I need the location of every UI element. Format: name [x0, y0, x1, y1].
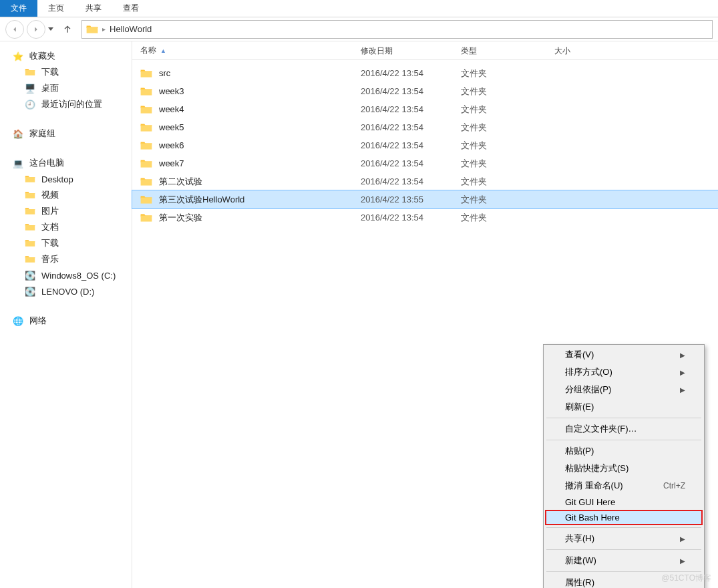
folder-icon [24, 237, 36, 249]
file-name: 第一次实验 [159, 212, 202, 224]
sidebar-thispc[interactable]: 💻 这台电脑 [0, 155, 132, 171]
drive-icon: 💽 [24, 285, 36, 297]
sidebar-item-label: 文档 [41, 221, 59, 233]
tab-view[interactable]: 查看 [112, 0, 150, 17]
column-date[interactable]: 修改日期 [353, 41, 453, 59]
computer-icon: 💻 [12, 157, 24, 169]
column-type[interactable]: 类型 [453, 41, 546, 59]
sidebar-item-drive-c[interactable]: 💽Windows8_OS (C:) [0, 267, 132, 283]
table-row[interactable]: week42016/4/22 13:54文件夹 [132, 100, 718, 118]
menu-item[interactable]: 粘贴快捷方式(S) [545, 460, 703, 477]
table-row[interactable]: 第一次实验2016/4/22 13:54文件夹 [132, 208, 718, 227]
chevron-right-icon: ▶ [680, 369, 685, 376]
menu-item-label: 粘贴快捷方式(S) [565, 462, 629, 474]
file-name: 第二次试验 [159, 176, 202, 188]
menu-item[interactable]: 共享(H)▶ [545, 530, 703, 547]
sidebar-item-documents[interactable]: 文档 [0, 219, 132, 235]
column-headers: 名称 ▲ 修改日期 类型 大小 [132, 41, 718, 60]
column-label: 名称 [140, 45, 156, 56]
file-date: 2016/4/22 13:54 [353, 176, 453, 186]
sidebar-favorites[interactable]: ⭐ 收藏夹 [0, 48, 132, 64]
back-button[interactable] [5, 20, 24, 39]
menu-item-label: 粘贴(P) [565, 445, 594, 457]
homegroup-icon: 🏠 [12, 128, 24, 140]
menu-item[interactable]: Git Bash Here [545, 510, 703, 525]
folder-icon [24, 253, 36, 265]
watermark: @51CTO博客 [661, 573, 711, 584]
menu-item[interactable]: 排序方式(O)▶ [545, 363, 703, 381]
menu-item[interactable]: 查看(V)▶ [545, 346, 703, 363]
menu-item[interactable]: 分组依据(P)▶ [545, 381, 703, 398]
folder-icon [24, 221, 36, 233]
table-row[interactable]: week52016/4/22 13:54文件夹 [132, 118, 718, 136]
table-row[interactable]: week32016/4/22 13:54文件夹 [132, 82, 718, 100]
file-list: src2016/4/22 13:54文件夹week32016/4/22 13:5… [132, 60, 718, 231]
tab-file[interactable]: 文件 [0, 0, 37, 17]
table-row[interactable]: week72016/4/22 13:54文件夹 [132, 154, 718, 172]
sidebar-item-label: Windows8_OS (C:) [41, 271, 116, 281]
forward-button[interactable] [27, 20, 45, 39]
sidebar-item-music[interactable]: 音乐 [0, 251, 132, 267]
menu-item-label: 撤消 重命名(U) [565, 480, 623, 492]
arrow-left-icon [10, 25, 19, 34]
breadcrumb-box[interactable]: ▸ HelloWorld [81, 20, 713, 39]
tab-share[interactable]: 共享 [75, 0, 112, 17]
file-type: 文件夹 [453, 158, 546, 170]
file-date: 2016/4/22 13:54 [353, 140, 453, 150]
sidebar-item-label: 桌面 [41, 82, 59, 94]
folder-icon [140, 159, 152, 168]
breadcrumb-folder[interactable]: HelloWorld [110, 24, 152, 34]
sidebar-item-label: 音乐 [41, 253, 59, 265]
history-dropdown-icon[interactable] [48, 27, 53, 31]
file-date: 2016/4/22 13:54 [353, 212, 453, 223]
arrow-up-icon [62, 24, 73, 35]
sidebar-item-label: 最近访问的位置 [41, 98, 102, 110]
sidebar-item-drive-d[interactable]: 💽LENOVO (D:) [0, 283, 132, 299]
sidebar-item-desktop[interactable]: 🖥️ 桌面 [0, 80, 132, 96]
file-name: week7 [159, 158, 184, 168]
sidebar-item-downloads2[interactable]: 下载 [0, 235, 132, 251]
sidebar-item-label: LENOVO (D:) [41, 287, 94, 297]
file-date: 2016/4/22 13:54 [353, 158, 453, 168]
folder-icon [140, 177, 152, 186]
file-date: 2016/4/22 13:54 [353, 86, 453, 96]
chevron-right-icon: ▶ [680, 557, 685, 565]
sidebar-network[interactable]: 🌐 网络 [0, 313, 132, 329]
drive-icon: 💽 [24, 269, 36, 281]
folder-icon [140, 69, 152, 78]
menu-item[interactable]: Git GUI Here [545, 494, 703, 510]
file-name: week4 [159, 104, 184, 114]
chevron-right-icon: ▶ [680, 351, 685, 359]
menu-item[interactable]: 刷新(E) [545, 398, 703, 416]
sidebar-item-recent[interactable]: 🕘 最近访问的位置 [0, 96, 132, 112]
folder-icon [24, 66, 36, 78]
file-type: 文件夹 [453, 194, 546, 206]
star-icon: ⭐ [12, 50, 24, 62]
sidebar-item-downloads[interactable]: 下载 [0, 64, 132, 80]
table-row[interactable]: 第二次试验2016/4/22 13:54文件夹 [132, 172, 718, 190]
menu-item-label: 属性(R) [565, 577, 594, 588]
file-name: src [159, 68, 170, 78]
folder-icon [140, 195, 152, 204]
desktop-icon: 🖥️ [24, 82, 36, 94]
folder-icon [140, 87, 152, 96]
sidebar-item-desktop2[interactable]: Desktop [0, 171, 132, 187]
column-name[interactable]: 名称 ▲ [132, 41, 353, 59]
menu-item[interactable]: 撤消 重命名(U)Ctrl+Z [545, 477, 703, 494]
menu-item[interactable]: 自定义文件夹(F)… [545, 420, 703, 438]
table-row[interactable]: week62016/4/22 13:54文件夹 [132, 136, 718, 154]
sidebar-homegroup[interactable]: 🏠 家庭组 [0, 126, 132, 142]
sidebar-item-label: 下载 [41, 66, 59, 78]
menu-item-label: 刷新(E) [565, 401, 594, 413]
folder-icon [24, 173, 36, 185]
table-row[interactable]: src2016/4/22 13:54文件夹 [132, 64, 718, 82]
table-row[interactable]: 第三次试验HelloWorld2016/4/22 13:55文件夹 [132, 190, 718, 208]
up-button[interactable] [60, 22, 75, 37]
sidebar-item-pictures[interactable]: 图片 [0, 203, 132, 219]
column-size[interactable]: 大小 [546, 41, 613, 59]
sidebar-item-videos[interactable]: 视频 [0, 187, 132, 203]
menu-item[interactable]: 新建(W)▶ [545, 552, 703, 569]
menu-item[interactable]: 粘贴(P) [545, 442, 703, 460]
tab-home[interactable]: 主页 [37, 0, 75, 17]
address-bar: ▸ HelloWorld [0, 17, 718, 41]
